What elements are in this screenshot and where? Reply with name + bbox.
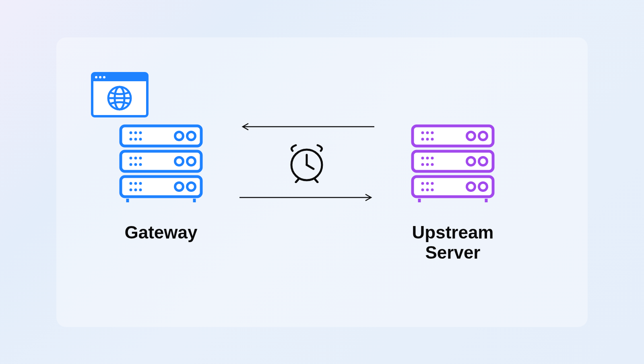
gateway-label: Gateway — [89, 222, 233, 243]
svg-point-4 — [99, 76, 101, 78]
svg-line-36 — [296, 179, 299, 182]
alarm-clock-icon — [285, 143, 329, 183]
upstream-server-icon — [411, 124, 495, 202]
svg-rect-2 — [92, 79, 147, 81]
arrow-right-icon — [239, 193, 374, 202]
arrow-left-icon — [239, 123, 374, 131]
gateway-server-icon — [119, 124, 203, 202]
svg-line-37 — [315, 179, 318, 182]
upstream-label: Upstream Server — [380, 222, 525, 263]
svg-point-3 — [95, 76, 97, 78]
browser-globe-icon — [91, 72, 149, 118]
diagram-card: Gateway Upstream Server — [56, 37, 588, 327]
svg-point-5 — [103, 76, 105, 78]
svg-line-35 — [307, 165, 314, 169]
